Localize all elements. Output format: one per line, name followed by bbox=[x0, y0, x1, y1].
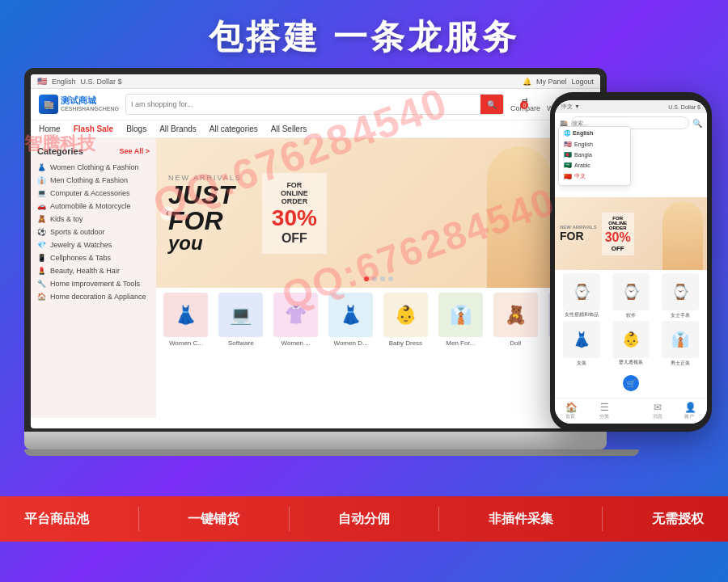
logo-icon: 🏬 bbox=[39, 95, 58, 114]
phone-model bbox=[662, 201, 703, 270]
phone-lang-menu: 🌐 English 🇺🇸English 🇧🇩Bangla 🇸🇦Arabic 🇨🇳… bbox=[558, 126, 631, 186]
phone-banner: NEW ARRIVALS FOR FORONLINEORDER 30% OFF bbox=[555, 197, 707, 270]
product-women-dress[interactable]: 👗 Women D... bbox=[324, 293, 378, 347]
bottom-item-5: 无需授权 bbox=[652, 511, 704, 528]
lang-chinese[interactable]: 🇨🇳中文 bbox=[564, 171, 625, 182]
divider-3 bbox=[438, 507, 439, 531]
phone-cat-women-watch[interactable]: ⌚ 女性搭婚和饰品 bbox=[558, 273, 606, 319]
phone-screen: 中文 ▼ U.S. Dollar $ 🏬 🔍 🌐 English 🇺🇸Engl bbox=[555, 100, 707, 424]
banner-text: NEW ARRIVALS JUST FOR you bbox=[156, 158, 254, 269]
my-panel-link[interactable]: My Panel bbox=[536, 78, 567, 86]
sidebar-item-cellphones[interactable]: 📱Cellphones & Tabs bbox=[31, 251, 156, 264]
bottom-item-2: 一键铺货 bbox=[188, 511, 239, 528]
sidebar-see-all[interactable]: See All > bbox=[120, 147, 150, 155]
phone-banner-box: FORONLINEORDER 30% OFF bbox=[602, 213, 634, 255]
notification-icon[interactable]: 🔔 bbox=[523, 78, 531, 86]
phone-cat-dress[interactable]: 👗 女装 bbox=[558, 321, 606, 367]
phone-bottom-nav: 🏠首页 ☰分类 🛒 ✉消息 👤账户 bbox=[555, 398, 707, 424]
nav-all-sellers[interactable]: All Sellers bbox=[271, 124, 307, 133]
sidebar-item-kids[interactable]: 🧸Kids & toy bbox=[31, 213, 156, 226]
banner-right-box: FOR ONLINE ORDER 30% OFF bbox=[262, 173, 327, 254]
phone-cat-women-watch2[interactable]: ⌚ 女士手表 bbox=[656, 273, 704, 319]
flag-icon: 🇺🇸 bbox=[37, 77, 47, 86]
sidebar-header: Categories See All > bbox=[31, 143, 156, 161]
logo-text: 测试商城 CESHISHANGCHENG bbox=[61, 95, 119, 113]
divider-4 bbox=[602, 507, 603, 531]
search-input[interactable] bbox=[126, 100, 480, 108]
product-men-for[interactable]: 👔 Men For... bbox=[434, 293, 487, 347]
bottom-item-3: 自动分佣 bbox=[338, 511, 390, 528]
phone-search-icon[interactable]: 🔍 bbox=[692, 119, 702, 128]
sidebar-item-home-deco[interactable]: 🏠Home decoration & Appliance bbox=[31, 290, 156, 303]
lang-bangla[interactable]: 🇧🇩Bangla bbox=[564, 150, 625, 160]
phone-cat-baby[interactable]: 👶 婴儿透视装 bbox=[607, 321, 655, 367]
lang-arabic[interactable]: 🇸🇦Arabic bbox=[564, 160, 625, 171]
site-content: Categories See All > 👗Women Clothing & F… bbox=[31, 138, 600, 418]
bottom-item-1: 平台商品池 bbox=[24, 511, 89, 528]
sidebar-item-beauty[interactable]: 💄Beauty, Health & Hair bbox=[31, 264, 156, 277]
product-women-d[interactable]: 👚 Women ... bbox=[269, 293, 323, 347]
bottom-item-4: 非插件采集 bbox=[489, 511, 553, 528]
phone-nav-category[interactable]: ☰分类 bbox=[599, 402, 609, 420]
sidebar-item-sports[interactable]: ⚽Sports & outdoor bbox=[31, 226, 156, 238]
nav-all-brands[interactable]: All Brands bbox=[159, 124, 197, 133]
sidebar-item-jewelry[interactable]: 💎Jewelry & Watches bbox=[31, 238, 156, 251]
search-button[interactable]: 🔍 bbox=[480, 94, 503, 115]
phone-cart-button[interactable]: 🛒 bbox=[623, 375, 639, 391]
laptop-screen: 🇺🇸 English U.S. Dollar $ 🔔 My Panel Logo… bbox=[31, 74, 600, 428]
sidebar-item-computer[interactable]: 💻Computer & Accessories bbox=[31, 187, 156, 200]
product-baby-dress[interactable]: 👶 Baby Dress bbox=[379, 293, 433, 347]
product-women-c[interactable]: 👗 Women C... bbox=[159, 293, 213, 347]
divider-2 bbox=[289, 507, 290, 531]
laptop: 🇺🇸 English U.S. Dollar $ 🔔 My Panel Logo… bbox=[24, 68, 607, 464]
sidebar-item-home-improvement[interactable]: 🔧Home Improvement & Tools bbox=[31, 277, 156, 290]
phone-banner-text: NEW ARRIVALS FOR bbox=[555, 220, 602, 247]
laptop-base bbox=[24, 432, 607, 449]
sidebar-item-women-clothing[interactable]: 👗Women Clothing & Fashion bbox=[31, 161, 156, 174]
product-doll[interactable]: 🧸 Doll bbox=[489, 293, 542, 347]
search-bar: 🔍 bbox=[125, 94, 504, 115]
nav-home[interactable]: Home bbox=[39, 124, 61, 133]
phone: 中文 ▼ U.S. Dollar $ 🏬 🔍 🌐 English 🇺🇸Engl bbox=[550, 92, 712, 432]
site-header: 🏬 测试商城 CESHISHANGCHENG 🔍 bbox=[31, 89, 600, 120]
bottom-bar: 平台商品池 一键铺货 自动分佣 非插件采集 无需授权 bbox=[0, 496, 728, 542]
site-nav: Home Flash Sale Blogs All Brands All cat… bbox=[31, 120, 600, 138]
language-selector[interactable]: English bbox=[52, 78, 76, 86]
compare-action[interactable]: ⇄ 0 Compare bbox=[510, 96, 540, 112]
phone-language[interactable]: 中文 ▼ bbox=[561, 103, 580, 111]
nav-blogs[interactable]: Blogs bbox=[126, 124, 146, 133]
phone-cat-men[interactable]: 👔 男士正装 bbox=[656, 321, 704, 367]
nav-flash-sale[interactable]: Flash Sale bbox=[74, 124, 113, 133]
product-software[interactable]: 💻 Software bbox=[214, 293, 268, 347]
sidebar-item-automobile[interactable]: 🚗Automobile & Motorcycle bbox=[31, 200, 156, 213]
phone-currency: U.S. Dollar $ bbox=[668, 104, 700, 110]
dot-4[interactable] bbox=[388, 276, 393, 281]
main-area: ‹ NEW ARRIVALS JUST FOR you bbox=[156, 138, 600, 418]
phone-nav-home[interactable]: 🏠首页 bbox=[565, 402, 578, 420]
banner: ‹ NEW ARRIVALS JUST FOR you bbox=[156, 138, 600, 288]
dot-2[interactable] bbox=[372, 276, 377, 281]
nav-all-categories[interactable]: All categories bbox=[210, 124, 258, 133]
dot-3[interactable] bbox=[380, 276, 385, 281]
lang-english[interactable]: 🇺🇸English bbox=[564, 139, 625, 150]
sidebar-item-men-clothing[interactable]: 👔Men Clothing & Fashion bbox=[31, 174, 156, 187]
banner-main: JUST FOR you bbox=[168, 182, 242, 253]
devices-area: 🇺🇸 English U.S. Dollar $ 🔔 My Panel Logo… bbox=[16, 68, 712, 496]
divider-1 bbox=[138, 507, 139, 531]
phone-outer: 中文 ▼ U.S. Dollar $ 🏬 🔍 🌐 English 🇺🇸Engl bbox=[550, 92, 712, 432]
laptop-foot bbox=[24, 449, 639, 456]
phone-cat-grid: ⌚ 女性搭婚和饰品 ⌚ 软件 ⌚ 女士手表 👗 bbox=[555, 270, 707, 370]
phone-topbar: 中文 ▼ U.S. Dollar $ bbox=[555, 100, 707, 113]
logo: 🏬 测试商城 CESHISHANGCHENG bbox=[39, 95, 119, 114]
site-topbar: 🇺🇸 English U.S. Dollar $ 🔔 My Panel Logo… bbox=[31, 74, 600, 89]
dot-1[interactable] bbox=[364, 276, 369, 281]
logout-link[interactable]: Logout bbox=[571, 78, 594, 86]
laptop-screen-outer: 🇺🇸 English U.S. Dollar $ 🔔 My Panel Logo… bbox=[24, 68, 607, 432]
sidebar: Categories See All > 👗Women Clothing & F… bbox=[31, 138, 156, 418]
currency-selector[interactable]: U.S. Dollar $ bbox=[81, 78, 122, 86]
sidebar-title: Categories bbox=[37, 146, 83, 156]
phone-nav-message[interactable]: ✉消息 bbox=[653, 402, 662, 420]
phone-cat-software[interactable]: ⌚ 软件 bbox=[607, 273, 655, 319]
products-row: 👗 Women C... 💻 Software 👚 Women ... bbox=[156, 288, 600, 352]
phone-nav-account[interactable]: 👤账户 bbox=[684, 402, 696, 420]
